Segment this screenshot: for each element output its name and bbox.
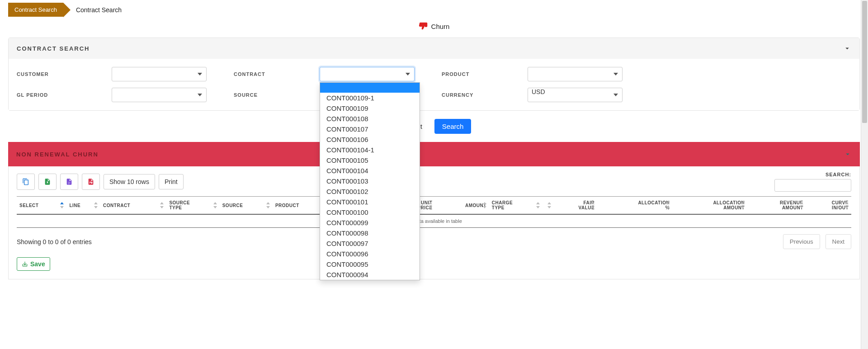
table-info: Showing 0 to 0 of 0 entries [17, 238, 92, 245]
col-blank[interactable] [542, 197, 553, 215]
prev-button[interactable]: Previous [783, 234, 820, 249]
chevron-down-icon [843, 44, 851, 52]
contract-option[interactable]: CONT000100 [320, 207, 420, 217]
contract-option[interactable]: CONT000096 [320, 249, 420, 259]
col-amount[interactable]: AMOUNT [435, 197, 489, 215]
customer-select[interactable] [112, 67, 207, 81]
contract-option[interactable]: CONT000109 [320, 103, 420, 113]
contract-dropdown[interactable]: CONT000109-1CONT000109CONT000108CONT0001… [320, 82, 420, 280]
contract-option[interactable]: CONT000098 [320, 228, 420, 238]
thumbs-down-icon [419, 21, 429, 31]
pdf-icon [87, 178, 94, 185]
col-select[interactable]: SELECT [17, 197, 66, 215]
card-header[interactable]: CONTRACT SEARCH [9, 38, 859, 59]
next-button[interactable]: Next [826, 234, 851, 249]
copy-button[interactable] [17, 174, 35, 190]
panel-title: NON RENEWAL CHURN [16, 151, 99, 158]
col-contract[interactable]: CONTRACT [100, 197, 166, 215]
scrollbar-thumb[interactable] [862, 1, 867, 123]
col-charge-type[interactable]: CHARGETYPE [489, 197, 542, 215]
churn-label: Churn [431, 23, 450, 30]
contract-option[interactable] [320, 83, 420, 93]
contract-option[interactable]: CONT000102 [320, 186, 420, 197]
product-select[interactable] [528, 67, 623, 81]
pdf-button[interactable] [82, 174, 100, 190]
table-empty: No data available in table [17, 214, 851, 228]
contract-option[interactable]: CONT000094 [320, 269, 420, 280]
contract-option[interactable]: CONT000101 [320, 197, 420, 207]
results-table: SELECTLINECONTRACTSOURCETYPESOURCEPRODUC… [17, 196, 851, 228]
col-revenue-amount[interactable]: REVENUEAMOUNT [747, 197, 806, 215]
contract-option[interactable]: CONT000095 [320, 259, 420, 269]
contract-option[interactable]: CONT000099 [320, 217, 420, 228]
show-rows-button[interactable]: Show 10 rows [104, 174, 155, 189]
contract-select[interactable] [320, 67, 415, 81]
search-button[interactable]: Search [434, 119, 472, 134]
col-line[interactable]: LINE [66, 197, 100, 215]
contract-option[interactable]: CONT000104 [320, 165, 420, 176]
gl-period-select[interactable] [112, 88, 207, 102]
label-source: SOURCE [234, 92, 320, 98]
breadcrumb-root[interactable]: Contract Search [8, 3, 63, 17]
contract-option[interactable]: CONT000109-1 [320, 93, 420, 103]
col-allocation-amount[interactable]: ALLOCATIONAMOUNT [672, 197, 747, 215]
contract-option[interactable]: CONT000108 [320, 113, 420, 124]
contract-option[interactable]: CONT000103 [320, 176, 420, 186]
label-product: PRODUCT [442, 71, 528, 77]
contract-option[interactable]: CONT000106 [320, 134, 420, 145]
excel-icon [44, 178, 51, 185]
currency-select[interactable]: USD [528, 88, 623, 102]
table-search-input[interactable] [774, 179, 851, 192]
csv-button[interactable] [60, 174, 78, 190]
non-renewal-churn-panel: NON RENEWAL CHURN Show 10 rows Print SEA… [8, 142, 860, 279]
card-title: CONTRACT SEARCH [17, 45, 90, 52]
col-allocation-[interactable]: ALLOCATION% [597, 197, 672, 215]
save-icon [22, 261, 28, 267]
panel-header[interactable]: NON RENEWAL CHURN [8, 142, 860, 166]
save-button[interactable]: Save [17, 257, 50, 271]
print-button[interactable]: Print [159, 174, 184, 189]
label-gl-period: GL PERIOD [17, 92, 112, 98]
contract-option[interactable]: CONT000105 [320, 155, 420, 165]
chevron-down-icon [844, 150, 852, 158]
col-curve-in-out[interactable]: CURVEIN/OUT [806, 197, 851, 215]
breadcrumb-current: Contract Search [76, 6, 122, 14]
label-currency: CURRENCY [442, 92, 528, 98]
contract-option[interactable]: CONT000097 [320, 238, 420, 249]
file-icon [66, 178, 73, 185]
label-customer: CUSTOMER [17, 71, 112, 77]
copy-icon [22, 178, 29, 185]
excel-button[interactable] [38, 174, 57, 190]
contract-option[interactable]: CONT000107 [320, 124, 420, 134]
col-source[interactable]: SOURCE [220, 197, 273, 215]
contract-search-card: CONTRACT SEARCH CUSTOMER CONTRACT PRODUC… [8, 38, 860, 111]
breadcrumb: Contract Search Contract Search [8, 3, 860, 17]
churn-indicator: Churn [8, 21, 860, 31]
contract-option[interactable]: CONT000104-1 [320, 145, 420, 155]
col-source-type[interactable]: SOURCETYPE [166, 197, 219, 215]
search-label: SEARCH: [774, 172, 851, 177]
col-fair-value[interactable]: FAIRVALUE [554, 197, 598, 215]
label-contract: CONTRACT [234, 71, 320, 77]
